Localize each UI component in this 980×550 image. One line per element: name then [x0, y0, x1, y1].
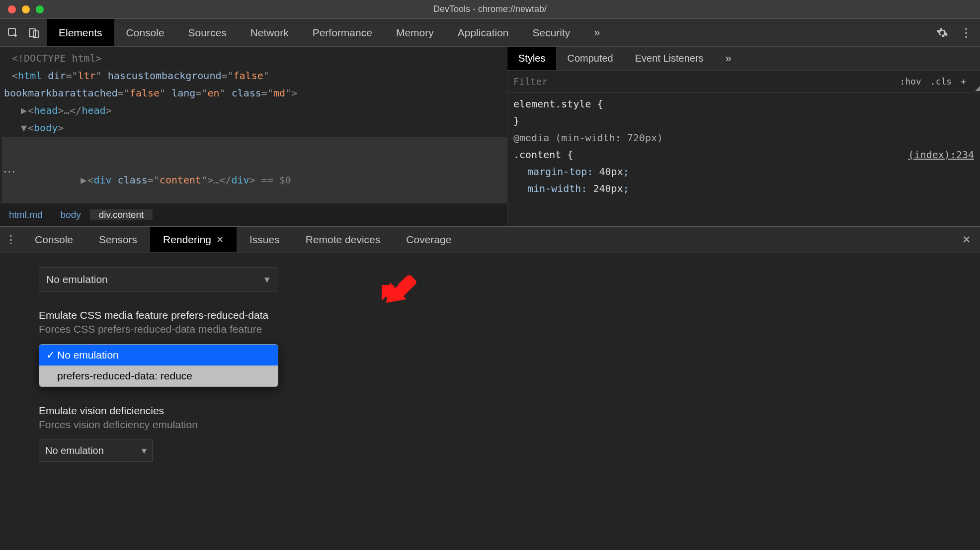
crumb-body[interactable]: body	[52, 209, 90, 220]
svg-rect-1	[29, 29, 35, 37]
main-tabs: Elements Console Sources Network Perform…	[47, 19, 612, 46]
styles-body[interactable]: element.style { } @media (min-width: 720…	[507, 92, 980, 200]
tab-application[interactable]: Application	[446, 19, 521, 46]
rule-min-width[interactable]: min-width: 240px;	[513, 180, 974, 197]
content-rule[interactable]: .content { (index):234	[513, 146, 974, 163]
drawer-more-icon[interactable]: ⋮	[0, 227, 22, 252]
prd-option-reduce[interactable]: prefers-reduced-data: reduce	[39, 366, 278, 386]
prefers-reduced-data-desc: Forces CSS prefers-reduced-data media fe…	[39, 323, 980, 335]
breadcrumb: html.md body div.content	[0, 203, 507, 226]
rule-margin-top[interactable]: margin-top: 40px;	[513, 163, 974, 180]
tab-elements[interactable]: Elements	[47, 19, 114, 46]
rule-close: }	[513, 112, 974, 129]
drawer: ⋮ Console Sensors Rendering ✕ Issues Rem…	[0, 226, 980, 550]
hov-toggle[interactable]: :hov	[899, 76, 921, 87]
chevron-down-icon: ▾	[142, 445, 147, 457]
dom-head[interactable]: ▶<head>…</head>	[2, 102, 507, 119]
elements-split: <!DOCTYPE html> <html dir="ltr" hascusto…	[0, 47, 980, 226]
tab-styles[interactable]: Styles	[507, 47, 556, 70]
device-toggle-icon[interactable]	[28, 27, 40, 39]
tab-security[interactable]: Security	[520, 19, 582, 46]
rendering-panel: No emulation ▾ Emulate CSS media feature…	[0, 253, 980, 461]
dom-tree[interactable]: <!DOCTYPE html> <html dir="ltr" hascusto…	[0, 47, 507, 203]
gutter-dots-icon: •••	[2, 137, 14, 203]
styles-panel: Styles Computed Event Listeners » :hov .…	[507, 47, 980, 226]
resize-corner-icon[interactable]	[975, 86, 980, 91]
dom-html-open[interactable]: <html dir="ltr" hascustombackground="fal…	[2, 67, 507, 85]
check-icon: ✓	[46, 349, 57, 361]
vision-deficiency-select[interactable]: No emulation ▾	[39, 440, 153, 461]
main-toolbar: Elements Console Sources Network Perform…	[0, 19, 980, 47]
drawer-tab-remote[interactable]: Remote devices	[293, 227, 394, 252]
inspect-element-icon[interactable]	[7, 27, 19, 39]
close-tab-icon[interactable]: ✕	[216, 234, 224, 245]
styles-filter-bar: :hov .cls +	[507, 71, 980, 92]
elements-panel: <!DOCTYPE html> <html dir="ltr" hascusto…	[0, 47, 507, 226]
crumb-content[interactable]: div.content	[90, 209, 153, 220]
dom-body[interactable]: ▼<body>	[2, 119, 507, 137]
tab-performance[interactable]: Performance	[301, 19, 384, 46]
drawer-tab-sensors[interactable]: Sensors	[86, 227, 150, 252]
chevron-down-icon: ▾	[264, 274, 270, 285]
tab-sources[interactable]: Sources	[176, 19, 239, 46]
prd-option-no-emulation[interactable]: ✓ No emulation	[39, 345, 278, 366]
prefers-reduced-data-title: Emulate CSS media feature prefers-reduce…	[39, 309, 980, 321]
styles-filter-input[interactable]	[507, 76, 899, 87]
titlebar: DevTools - chrome://newtab/	[0, 0, 980, 19]
styles-tabs: Styles Computed Event Listeners »	[507, 47, 980, 71]
media-query: @media (min-width: 720px)	[513, 129, 974, 146]
drawer-tab-coverage[interactable]: Coverage	[393, 227, 464, 252]
drawer-close-icon[interactable]: ✕	[953, 227, 980, 252]
tab-console[interactable]: Console	[114, 19, 176, 46]
drawer-tab-rendering[interactable]: Rendering ✕	[150, 227, 237, 252]
styles-tabs-overflow-icon[interactable]: »	[715, 47, 742, 70]
vision-deficiencies-title: Emulate vision deficiencies	[39, 405, 980, 417]
tab-computed[interactable]: Computed	[556, 47, 624, 70]
drawer-tab-console[interactable]: Console	[22, 227, 86, 252]
tab-network[interactable]: Network	[239, 19, 301, 46]
crumb-html[interactable]: html.md	[0, 209, 52, 220]
settings-icon[interactable]	[936, 27, 948, 39]
source-link[interactable]: (index):234	[908, 146, 974, 163]
drawer-tab-issues[interactable]: Issues	[237, 227, 293, 252]
prefers-reduced-data-select[interactable]: ✓ No emulation prefers-reduced-data: red…	[39, 344, 278, 387]
tab-event-listeners[interactable]: Event Listeners	[624, 47, 715, 70]
eq0-badge: == $0	[255, 174, 291, 186]
vision-deficiencies-desc: Forces vision deficiency emulation	[39, 419, 980, 431]
drawer-tabs: ⋮ Console Sensors Rendering ✕ Issues Rem…	[0, 227, 980, 253]
window-title: DevTools - chrome://newtab/	[0, 4, 980, 14]
dom-selected-div[interactable]: ••• ▶<div class="content">…</div> == $0	[2, 137, 507, 203]
tabs-overflow-icon[interactable]: »	[582, 19, 612, 46]
more-options-icon[interactable]: ⋮	[960, 27, 972, 39]
emulate-media-type-select[interactable]: No emulation ▾	[39, 268, 277, 291]
cls-toggle[interactable]: .cls	[930, 76, 952, 87]
new-style-rule-button[interactable]: +	[961, 76, 966, 87]
tab-memory[interactable]: Memory	[384, 19, 446, 46]
dom-html-open-2[interactable]: bookmarkbarattached="false" lang="en" cl…	[2, 85, 507, 102]
element-style-rule[interactable]: element.style {	[513, 95, 974, 112]
dom-doctype: <!DOCTYPE html>	[12, 52, 102, 64]
